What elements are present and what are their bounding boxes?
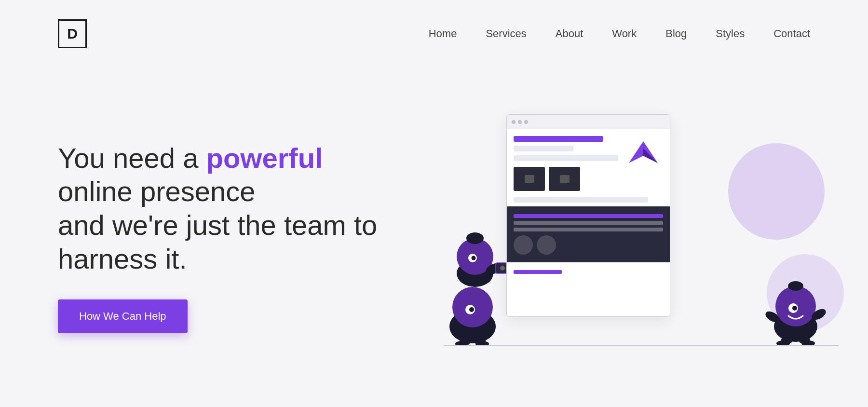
nav-styles[interactable]: Styles — [716, 27, 745, 40]
svg-marker-1 — [643, 149, 658, 163]
bc-dark-section — [507, 206, 670, 262]
nav-work[interactable]: Work — [612, 27, 637, 40]
bc-footer-line — [514, 270, 562, 274]
bc-img-2 — [549, 167, 580, 191]
bc-img-1 — [514, 167, 545, 191]
logo-letter: D — [67, 26, 78, 42]
browser-dot-3 — [524, 120, 528, 124]
headline-part1: You need a — [58, 142, 206, 174]
ground-line — [444, 345, 839, 346]
browser-dot-2 — [518, 120, 522, 124]
nav-about[interactable]: About — [556, 27, 583, 40]
nav-contact[interactable]: Contact — [773, 27, 810, 40]
main-nav: Home Services About Work Blog Styles Con… — [429, 27, 810, 40]
svg-point-14 — [466, 232, 484, 244]
site-header: D Home Services About Work Blog Styles C… — [0, 0, 868, 68]
cta-button[interactable]: How We Can Help — [58, 299, 188, 333]
logo-box: D — [58, 19, 87, 48]
headline-part3: and we're just the team to harness it. — [58, 209, 377, 274]
bc-purple-bar — [514, 136, 603, 142]
nav-home[interactable]: Home — [429, 27, 457, 40]
nav-services[interactable]: Services — [486, 27, 526, 40]
bc-circle-1 — [514, 235, 533, 255]
svg-point-21 — [792, 306, 797, 311]
bc-block-2 — [514, 155, 618, 161]
svg-point-22 — [788, 281, 803, 291]
svg-point-17 — [500, 266, 505, 271]
browser-mockup — [506, 114, 670, 317]
bird-icon — [626, 139, 660, 170]
nav-blog[interactable]: Blog — [665, 27, 687, 40]
bc-dark-line-3 — [514, 228, 663, 231]
headline-highlight: powerful — [206, 142, 323, 174]
character-left — [444, 211, 506, 346]
hero-illustration — [444, 105, 839, 346]
bc-block-1 — [514, 146, 573, 151]
character-right — [762, 249, 834, 346]
hero-headline: You need a powerful online presence and … — [58, 141, 395, 275]
bc-dark-line-1 — [514, 214, 663, 218]
headline-part2: online presence — [58, 176, 256, 207]
hero-text-block: You need a powerful online presence and … — [58, 141, 395, 333]
bc-image-row — [514, 167, 663, 191]
svg-point-13 — [472, 256, 476, 260]
browser-dot-1 — [512, 120, 515, 124]
hero-section: You need a powerful online presence and … — [0, 68, 868, 407]
logo[interactable]: D — [58, 19, 87, 48]
bc-block-3 — [514, 197, 648, 203]
bc-dark-line-2 — [514, 221, 663, 225]
bc-circle-2 — [537, 235, 556, 255]
browser-bar — [507, 115, 670, 129]
svg-point-5 — [469, 307, 474, 312]
bg-circle-large — [728, 143, 825, 240]
bc-circles — [514, 235, 663, 255]
